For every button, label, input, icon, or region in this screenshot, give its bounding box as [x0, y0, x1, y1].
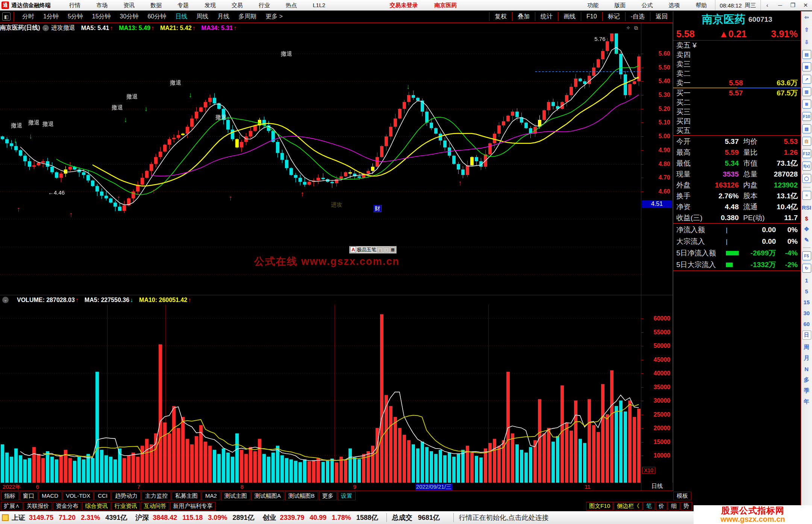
ext-笔[interactable]: 笔 [643, 502, 655, 510]
back-arrow-icon[interactable]: ⇦ [802, 13, 811, 22]
period-30[interactable]: 30 [802, 309, 811, 317]
tab-更多[interactable]: 更多 [319, 492, 337, 500]
report-icon[interactable]: ▤ [802, 50, 811, 59]
tab-模板[interactable]: 模板 [673, 492, 691, 500]
restore-icon[interactable]: ❐ [786, 2, 799, 9]
formula-icon[interactable]: f(x) [802, 162, 811, 171]
structure-icon[interactable]: ▧ [802, 124, 811, 133]
ext-势[interactable]: 势 [680, 502, 692, 510]
refresh-icon[interactable]: ↻ [802, 264, 811, 273]
pencil-icon[interactable]: ✎ [802, 236, 811, 244]
menu-发现[interactable]: 发现 [197, 2, 224, 9]
tab-测试主图[interactable]: 测试主图 [221, 492, 250, 500]
ime-button[interactable]: ↓ [377, 247, 383, 252]
period-5分钟[interactable]: 5分钟 [63, 13, 88, 21]
period-multi[interactable]: 多 [802, 376, 811, 384]
menu-版面[interactable]: 版面 [607, 2, 634, 9]
tab-测试幅图B[interactable]: 测试幅图B [285, 492, 318, 500]
volume-chart[interactable] [0, 305, 641, 483]
menu-行情[interactable]: 行情 [61, 2, 88, 9]
menu-行业[interactable]: 行业 [251, 2, 278, 9]
tab-CCI[interactable]: CCI [94, 492, 111, 500]
tool-复权[interactable]: 复权 [489, 12, 512, 21]
period-月线[interactable]: 月线 [213, 13, 234, 21]
volume-canvas[interactable] [0, 305, 641, 483]
tool-标记[interactable]: 标记 [602, 12, 625, 21]
move-icon[interactable]: ✥ [802, 225, 811, 233]
tool-返回[interactable]: 返回 [650, 12, 673, 21]
period-周线[interactable]: 周线 [192, 13, 213, 21]
connection-message[interactable]: 行情正在初始化,点击此处连接 [453, 513, 549, 522]
minimize-icon[interactable]: ─ [774, 2, 786, 9]
wave-icon[interactable]: ≈ [802, 191, 811, 200]
period-分时[interactable]: 分时 [18, 13, 39, 21]
menu-资讯[interactable]: 资讯 [115, 2, 142, 9]
f5-button[interactable]: F5 [802, 251, 811, 260]
period-year[interactable]: 年 [802, 397, 811, 406]
close-icon[interactable]: ✕ [799, 2, 812, 9]
tab-测试幅图A[interactable]: 测试幅图A [251, 492, 284, 500]
period-week[interactable]: 周 [802, 343, 811, 351]
tab-趋势动力[interactable]: 趋势动力 [112, 492, 141, 500]
menu-帮助[interactable]: 帮助 [688, 2, 715, 9]
period-日线[interactable]: 日线 [171, 13, 192, 21]
chevron-down-icon[interactable]: ⌄ [42, 25, 49, 31]
custom-stock-icon[interactable]: 自 [802, 137, 811, 146]
ime-toolbar[interactable]: A极品五笔↓·▦ [349, 246, 397, 254]
tab-指标[interactable]: 指标 [1, 492, 19, 500]
menu-交易[interactable]: 交易 [224, 2, 251, 9]
tool-统计[interactable]: 统计 [535, 12, 558, 21]
ext-价[interactable]: 价 [656, 502, 667, 510]
period-n[interactable]: N [802, 365, 811, 373]
tab-私募主图[interactable]: 私募主图 [172, 492, 201, 500]
tab-MA2[interactable]: MA2 [202, 492, 220, 500]
ime-mode-icon[interactable]: A [350, 246, 356, 253]
f12-button[interactable]: F12 [802, 149, 811, 158]
menu-L1L2[interactable]: L1L2 [305, 2, 333, 9]
menu-数据[interactable]: 数据 [142, 2, 170, 9]
period-30分钟[interactable]: 30分钟 [115, 13, 143, 21]
main-chart[interactable]: 撤退撤退撤退撤退撤退撤退撤退撤退↑↑↑↑↑↑↑↓↓↓↓↓↓↓↓←4.465.76… [0, 33, 641, 295]
diamond-icon[interactable]: ✧ [626, 25, 630, 31]
ime-button[interactable]: · [383, 247, 389, 252]
menu-选项[interactable]: 选项 [661, 2, 688, 9]
period-多周期[interactable]: 多周期 [234, 13, 261, 21]
rsi-button[interactable]: RSI [802, 203, 811, 211]
period-更多 >[interactable]: 更多 > [261, 13, 287, 21]
stock-name[interactable]: 南京医药 [702, 12, 745, 27]
layout-toggle-icon[interactable]: ◧ [2, 12, 11, 21]
circle-icon[interactable]: ◯ [802, 174, 811, 183]
quote-grid-icon[interactable]: ▦ [802, 62, 811, 71]
tab-设置[interactable]: 设置 [338, 492, 356, 500]
ime-button[interactable]: ▦ [390, 247, 395, 252]
back-icon[interactable]: ‹ [761, 2, 774, 9]
indicator-name[interactable]: 进攻撤退 [51, 24, 75, 32]
tool--自选[interactable]: -自选 [625, 12, 650, 21]
tab-MACD[interactable]: MACD [38, 492, 62, 500]
menu-功能[interactable]: 功能 [580, 2, 607, 9]
ext-侧边栏《[interactable]: 侧边栏《 [614, 502, 642, 510]
period-60[interactable]: 60 [802, 320, 811, 328]
tab-VOL-TDX[interactable]: VOL-TDX [62, 492, 94, 500]
ext-行业资讯[interactable]: 行业资讯 [111, 502, 140, 510]
f10-button[interactable]: F10 [802, 112, 811, 121]
menu-专题[interactable]: 专题 [170, 2, 197, 9]
ext-关联报价[interactable]: 关联报价 [23, 502, 52, 510]
period-quarter[interactable]: 季 [802, 387, 811, 395]
ext-综合资讯[interactable]: 综合资讯 [82, 502, 111, 510]
menu-热点[interactable]: 热点 [278, 2, 305, 9]
chevron-down-icon[interactable]: ⌄ [2, 297, 9, 303]
period-15分钟[interactable]: 15分钟 [88, 13, 115, 21]
period-60分钟[interactable]: 60分钟 [143, 13, 171, 21]
menu-市场[interactable]: 市场 [88, 2, 115, 9]
period-15[interactable]: 15 [802, 298, 811, 306]
ext-互动问答[interactable]: 互动问答 [141, 502, 169, 510]
ext-图文F10[interactable]: 图文F10 [586, 502, 613, 510]
ext-资金分布[interactable]: 资金分布 [53, 502, 81, 510]
tool-叠加[interactable]: 叠加 [512, 12, 535, 21]
tool-F10[interactable]: F10 [581, 12, 602, 21]
money-icon[interactable]: $ [802, 214, 811, 222]
period-1分钟[interactable]: 1分钟 [39, 13, 63, 21]
period-month[interactable]: 月 [802, 354, 811, 362]
tool-画线[interactable]: 画线 [558, 12, 581, 21]
